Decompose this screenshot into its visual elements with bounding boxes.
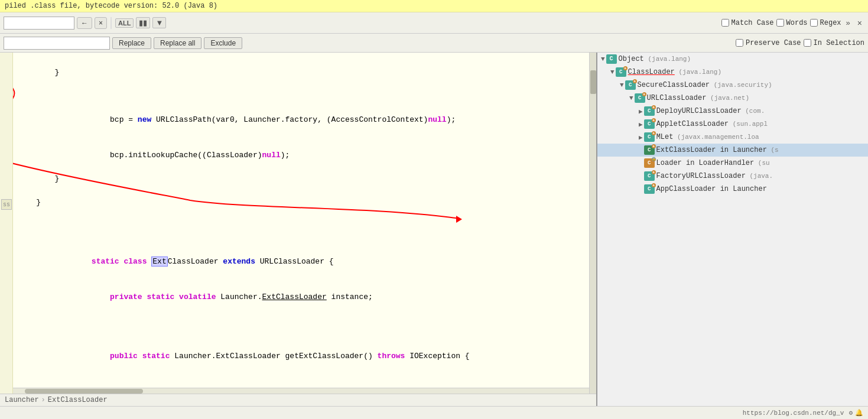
class-icon-deployurlclassloader: C a bbox=[644, 106, 655, 116]
in-selection-checkbox[interactable] bbox=[804, 39, 811, 47]
match-case-checkbox-label[interactable]: Match Case bbox=[721, 19, 774, 27]
expand-arrow-factoryurlclassloader[interactable] bbox=[639, 173, 643, 180]
tree-label-urlclassloader: URLClassLoader bbox=[647, 94, 707, 102]
regex-checkbox[interactable] bbox=[810, 19, 818, 27]
code-line-15 bbox=[18, 315, 584, 327]
code-lines[interactable]: } bcp = new URLClassPath(var0, Launcher.… bbox=[13, 53, 589, 394]
replace-toolbar: Replace Replace all Exclude Preserve Cas… bbox=[0, 34, 868, 53]
tree-item-classloader[interactable]: ▼ C a ClassLoader (java.lang) bbox=[597, 66, 868, 79]
tree-item-appclassloader[interactable]: C a AppClassLoader in Launcher bbox=[597, 183, 868, 196]
tree-pkg-mlet: (javax.management.loa bbox=[673, 134, 759, 141]
code-line-7: } bbox=[18, 173, 584, 185]
tree-item-urlclassloader[interactable]: ▼ C a URLClassLoader (java.net) bbox=[597, 92, 868, 105]
tree-label-classloader: ClassLoader bbox=[628, 68, 675, 76]
tree-pkg-object: (java.lang) bbox=[644, 56, 691, 63]
code-line-1 bbox=[18, 55, 584, 67]
code-line-12 bbox=[18, 232, 584, 244]
class-icon-extclassloader: C a bbox=[644, 145, 655, 155]
expand-arrow-mlet[interactable]: ▶ bbox=[639, 134, 643, 141]
code-line-8 bbox=[18, 185, 584, 197]
tree-item-appletclassloader[interactable]: ▶ C a AppletClassLoader (sun.appl bbox=[597, 118, 868, 131]
preserve-case-label: Preserve Case bbox=[746, 39, 801, 47]
class-icon-urlclassloader: C a bbox=[635, 93, 645, 103]
class-icon-loaderinhandler: C 🔒 bbox=[644, 158, 655, 168]
tree-pkg-loaderinhandler: (su bbox=[754, 160, 769, 167]
back-button[interactable]: ← bbox=[77, 17, 92, 29]
expand-arrow-deployurlclassloader[interactable]: ▶ bbox=[639, 108, 643, 115]
code-line-9: } bbox=[18, 197, 584, 209]
match-case-label: Match Case bbox=[732, 19, 774, 27]
tree-item-loaderinhandler[interactable]: C 🔒 Loader in LoaderHandler (su bbox=[597, 157, 868, 170]
expand-arrow-classloader[interactable]: ▼ bbox=[610, 69, 615, 76]
more-button[interactable]: » bbox=[844, 17, 853, 28]
tree-pkg-classloader: (java.lang) bbox=[675, 69, 721, 76]
editor-scrollbar[interactable] bbox=[589, 53, 596, 394]
tree-item-deployurlclassloader[interactable]: ▶ C a DeployURLClassLoader (com. bbox=[597, 105, 868, 118]
code-line-5: bcp = new URLClassPath(var0, Launcher.fa… bbox=[18, 102, 584, 138]
preserve-case-checkbox-label[interactable]: Preserve Case bbox=[736, 39, 801, 47]
tree-item-object[interactable]: ▼ C Object (java.lang) bbox=[597, 53, 868, 66]
match-case-checkbox[interactable] bbox=[721, 19, 729, 27]
breadcrumb-item-1[interactable]: Launcher bbox=[5, 396, 39, 404]
exclude-button[interactable]: Exclude bbox=[204, 37, 242, 49]
replace-button[interactable]: Replace bbox=[112, 37, 151, 49]
notifications-icon[interactable]: 🔔 bbox=[855, 409, 863, 417]
expand-arrow-loaderinhandler[interactable] bbox=[639, 160, 643, 167]
tree-label-factoryurlclassloader: FactoryURLClassLoader bbox=[656, 172, 746, 180]
expand-arrow-extclassloader[interactable] bbox=[639, 147, 643, 154]
expand-arrow-object[interactable]: ▼ bbox=[601, 56, 605, 63]
replace-all-button[interactable]: Replace all bbox=[154, 37, 201, 49]
tree-label-loaderinhandler: Loader in LoaderHandler bbox=[656, 159, 755, 167]
regex-label: Regex bbox=[820, 19, 841, 27]
tree-item-mlet[interactable]: ▶ C a MLet (javax.management.loa bbox=[597, 131, 868, 144]
tree-pkg-secureclassloader: (java.security) bbox=[710, 82, 772, 89]
replace-input[interactable] bbox=[4, 37, 110, 50]
regex-checkbox-label[interactable]: Regex bbox=[810, 19, 841, 27]
breadcrumb-item-2[interactable]: ExtClassLoader bbox=[48, 396, 108, 404]
code-area-wrapper: ss } bcp = ne bbox=[0, 53, 596, 394]
class-icon-secureclassloader: C a bbox=[625, 80, 636, 90]
preserve-case-checkbox[interactable] bbox=[736, 39, 743, 47]
filter-button[interactable]: ▼ bbox=[152, 17, 166, 28]
code-line-14: private static volatile Launcher.ExtClas… bbox=[18, 280, 584, 315]
code-line-4 bbox=[18, 90, 584, 102]
code-line-16 bbox=[18, 327, 584, 339]
file-info-text: piled .class file, bytecode version: 52.… bbox=[5, 2, 217, 10]
class-icon-mlet: C a bbox=[644, 132, 655, 142]
close-search-button[interactable]: × bbox=[95, 17, 107, 29]
scrollbar-thumb[interactable] bbox=[590, 70, 596, 94]
tree-label-object: Object bbox=[619, 55, 644, 63]
expand-arrow-appletclassloader[interactable]: ▶ bbox=[639, 121, 643, 128]
code-line-10 bbox=[18, 209, 584, 220]
tree-item-secureclassloader[interactable]: ▼ C a SecureClassLoader (java.security) bbox=[597, 79, 868, 92]
content-area: ss } bcp = ne bbox=[0, 53, 868, 406]
expand-arrow-urlclassloader[interactable]: ▼ bbox=[629, 95, 633, 102]
editor-panel: ss } bcp = ne bbox=[0, 53, 596, 406]
code-line-2: } bbox=[18, 67, 584, 79]
words-checkbox[interactable] bbox=[776, 19, 784, 27]
status-bar: https://blog.csdn.net/dg_v ⚙ 🔔 bbox=[0, 406, 868, 419]
tree-label-extclassloader: ExtClassLoader in Launcher bbox=[656, 146, 767, 154]
in-selection-label: In Selection bbox=[814, 39, 864, 47]
expand-arrow-appclassloader[interactable] bbox=[639, 186, 643, 193]
in-selection-checkbox-label[interactable]: In Selection bbox=[804, 39, 864, 47]
code-line-13: static class ExtClassLoader extends URLC… bbox=[18, 244, 584, 280]
expand-arrow-secureclassloader[interactable]: ▼ bbox=[620, 82, 624, 89]
close-button[interactable]: × bbox=[855, 17, 864, 29]
tree-item-extclassloader[interactable]: C a ExtClassLoader in Launcher (s bbox=[597, 144, 868, 157]
find-next-button[interactable]: ▮▮ bbox=[136, 17, 150, 28]
words-checkbox-label[interactable]: Words bbox=[776, 19, 808, 27]
tree-pkg-deployurlclassloader: (com. bbox=[742, 108, 765, 115]
tree-label-deployurlclassloader: DeployURLClassLoader bbox=[656, 107, 742, 115]
tree-pkg-extclassloader: (s bbox=[767, 147, 779, 154]
settings-icon[interactable]: ⚙ bbox=[849, 409, 853, 417]
tree-item-factoryurlclassloader[interactable]: C a FactoryURLClassLoader (java. bbox=[597, 170, 868, 183]
class-icon-classloader: C a bbox=[616, 67, 626, 77]
tree-label-appletclassloader: AppletClassLoader bbox=[656, 120, 729, 128]
search-input[interactable] bbox=[4, 17, 74, 30]
find-all-button[interactable]: ALL bbox=[115, 18, 134, 28]
status-url: https://blog.csdn.net/dg_v bbox=[743, 410, 844, 417]
tree-label-secureclassloader: SecureClassLoader bbox=[638, 81, 710, 89]
class-icon-factoryurlclassloader: C a bbox=[644, 171, 655, 181]
breadcrumb: Launcher › ExtClassLoader bbox=[0, 394, 596, 406]
